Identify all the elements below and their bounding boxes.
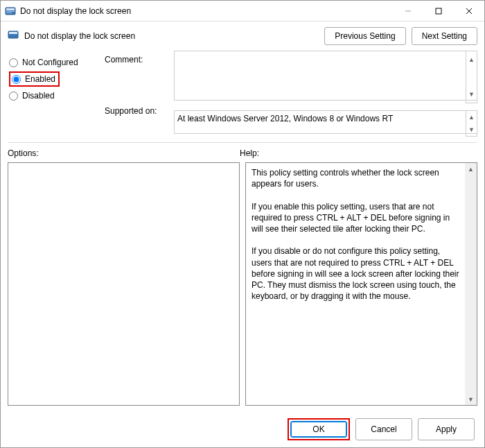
- pane-labels: Options: Help:: [1, 148, 484, 162]
- titlebar: Do not display the lock screen: [1, 1, 484, 21]
- radio-not-configured[interactable]: Not Configured: [8, 55, 98, 70]
- ok-button[interactable]: OK: [290, 421, 347, 438]
- supported-textarea: [174, 110, 477, 134]
- svg-rect-3: [6, 12, 12, 13]
- scroll-up-icon[interactable]: ▲: [465, 163, 477, 175]
- svg-rect-9: [9, 32, 17, 34]
- svg-rect-1: [6, 8, 15, 10]
- radio-disabled-label: Disabled: [22, 91, 55, 101]
- scroll-track[interactable]: [466, 69, 477, 86]
- footer: OK Cancel Apply: [1, 411, 484, 447]
- field-labels: Comment: Supported on:: [105, 51, 167, 137]
- minimize-button[interactable]: [393, 1, 423, 21]
- state-radio-group: Not Configured Enabled Disabled: [8, 51, 98, 137]
- comment-label: Comment:: [105, 55, 167, 64]
- ok-highlight: OK: [288, 418, 350, 440]
- help-pane: This policy setting controls whether the…: [245, 162, 477, 406]
- radio-enabled[interactable]: Enabled: [12, 74, 55, 84]
- subheader: Do not display the lock screen Previous …: [1, 21, 484, 51]
- enabled-highlight: Enabled: [9, 71, 60, 87]
- scroll-up-icon[interactable]: ▲: [466, 111, 477, 123]
- scroll-down-icon[interactable]: ▼: [465, 393, 477, 405]
- radio-disabled-input[interactable]: [9, 92, 18, 101]
- comment-textarea[interactable]: [174, 51, 477, 101]
- next-setting-button[interactable]: Next Setting: [412, 27, 477, 45]
- policy-icon: [5, 6, 16, 17]
- scroll-track[interactable]: [465, 175, 477, 393]
- supported-label: Supported on:: [105, 106, 167, 116]
- svg-rect-5: [436, 8, 441, 14]
- config-area: Not Configured Enabled Disabled Comment:…: [1, 51, 484, 141]
- window-title: Do not display the lock screen: [20, 6, 393, 16]
- scroll-down-icon[interactable]: ▼: [466, 123, 477, 136]
- radio-not-configured-label: Not Configured: [22, 58, 78, 67]
- cancel-button[interactable]: Cancel: [355, 418, 412, 440]
- maximize-button[interactable]: [423, 1, 454, 21]
- comment-scrollbar[interactable]: ▲ ▼: [466, 51, 477, 103]
- apply-button[interactable]: Apply: [418, 418, 475, 440]
- help-text: This policy setting controls whether the…: [246, 163, 477, 306]
- dialog-window: Do not display the lock screen Do not di…: [0, 0, 485, 448]
- options-pane: [8, 162, 240, 406]
- policy-title: Do not display the lock screen: [24, 31, 319, 41]
- radio-enabled-input[interactable]: [12, 75, 21, 84]
- panes: This policy setting controls whether the…: [1, 162, 484, 411]
- radio-disabled[interactable]: Disabled: [8, 88, 98, 103]
- scroll-down-icon[interactable]: ▼: [466, 85, 477, 103]
- options-label: Options:: [8, 148, 240, 158]
- policy-icon-small: [8, 29, 19, 43]
- close-button[interactable]: [454, 1, 484, 21]
- radio-not-configured-input[interactable]: [9, 58, 18, 67]
- scroll-up-icon[interactable]: ▲: [466, 51, 477, 69]
- previous-setting-button[interactable]: Previous Setting: [324, 27, 405, 45]
- svg-rect-2: [6, 11, 15, 12]
- radio-enabled-label: Enabled: [25, 74, 55, 84]
- supported-scrollbar[interactable]: ▲ ▼: [466, 110, 477, 137]
- help-label: Help:: [240, 148, 259, 158]
- help-scrollbar[interactable]: ▲ ▼: [465, 163, 477, 405]
- divider: [8, 142, 477, 143]
- field-inputs: ▲ ▼ ▲ ▼: [174, 51, 477, 137]
